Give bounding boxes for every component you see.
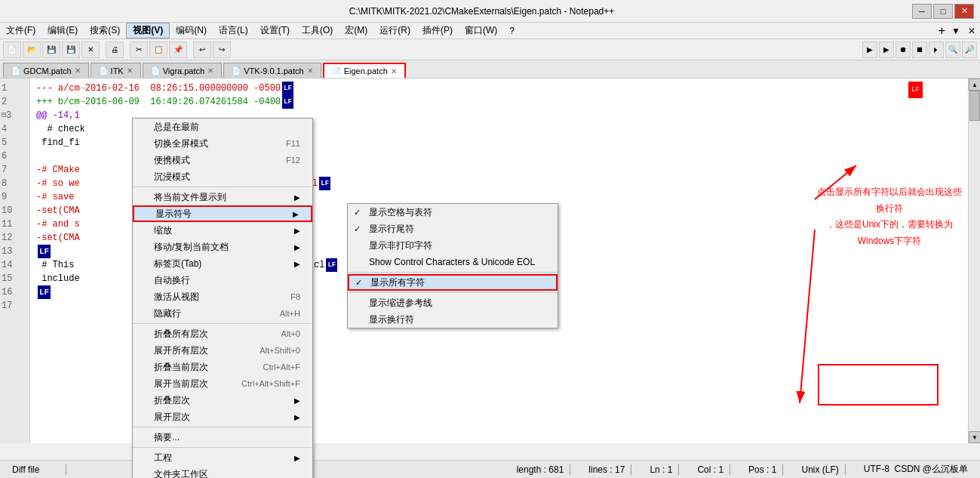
fold-icon-3[interactable]: ⊟ bbox=[2, 109, 6, 122]
toolbar-macro2[interactable]: ▶ bbox=[879, 42, 894, 58]
scrollbar-down-arrow[interactable]: ▼ bbox=[969, 431, 980, 443]
menu-summary[interactable]: 摘要... bbox=[133, 429, 312, 446]
symbol-show-control[interactable]: Show Control Characters & Unicode EOL bbox=[348, 254, 558, 270]
menu-always-on-top[interactable]: 总是在最前 bbox=[133, 119, 312, 135]
menu-search[interactable]: 搜索(S) bbox=[84, 23, 126, 39]
menu-collapse-level[interactable]: 折叠层次 ▶ bbox=[133, 392, 312, 409]
symbol-show-indent[interactable]: 显示缩进参考线 bbox=[348, 295, 558, 311]
tab-eigen-icon: 📄 bbox=[332, 67, 341, 76]
toolbar-macro4[interactable]: ⏹ bbox=[912, 42, 927, 58]
menu-view[interactable]: 视图(V) bbox=[126, 23, 170, 39]
toolbar-save[interactable]: 💾 bbox=[42, 42, 60, 58]
menu-immersive[interactable]: 沉浸模式 bbox=[133, 168, 312, 185]
menu-settings[interactable]: 设置(T) bbox=[254, 23, 296, 39]
toolbar-close[interactable]: ✕ bbox=[81, 42, 100, 58]
toolbar-print[interactable]: 🖨 bbox=[106, 42, 124, 58]
tab-itk-close[interactable]: ✕ bbox=[127, 66, 133, 75]
toolbar-extra-x[interactable]: ✕ bbox=[963, 26, 980, 36]
tab-gdcm[interactable]: 📄 GDCM.patch ✕ bbox=[3, 63, 89, 78]
line-num-6: 6 bbox=[2, 150, 28, 163]
menu-macro[interactable]: 宏(M) bbox=[339, 23, 373, 39]
symbol-show-spaces[interactable]: ✓ 显示空格与表符 bbox=[348, 204, 558, 220]
code-line-1: --- a/cm→2016-02-16 08:26:15.000000000 -… bbox=[36, 82, 962, 95]
tab-vigra-close[interactable]: ✕ bbox=[207, 66, 214, 75]
symbol-show-wrap[interactable]: 显示换行符 bbox=[348, 311, 558, 328]
tab-gdcm-label: GDCM.patch bbox=[23, 66, 72, 76]
tab-bar: 📄 GDCM.patch ✕ 📄 ITK ✕ 📄 Vigra.patch ✕ 📄… bbox=[0, 60, 980, 79]
status-col: Col : 1 bbox=[691, 464, 730, 475]
status-encoding[interactable]: UTF-8 CSDN @么沉板单 bbox=[858, 463, 974, 476]
menu-hide-lines[interactable]: 隐藏行 Alt+H bbox=[133, 305, 312, 322]
symbol-show-eol[interactable]: ✓ 显示行尾符 bbox=[348, 220, 558, 237]
menu-plugins[interactable]: 插件(P) bbox=[416, 23, 459, 39]
tab-vtk[interactable]: 📄 VTK-9.0.1.patch ✕ bbox=[223, 63, 321, 78]
menu-fullscreen[interactable]: 切换全屏模式 F11 bbox=[133, 135, 312, 152]
scrollbar-up-arrow[interactable]: ▲ bbox=[969, 79, 980, 91]
menu-run[interactable]: 运行(R) bbox=[373, 23, 416, 39]
menu-expand-current[interactable]: 展开当前层次 Ctrl+Alt+Shift+F bbox=[133, 375, 312, 392]
toolbar-paste[interactable]: 📌 bbox=[169, 42, 187, 58]
menu-language[interactable]: 语言(L) bbox=[213, 23, 254, 39]
toolbar-save-all[interactable]: 💾 bbox=[62, 42, 80, 58]
toolbar-macro3[interactable]: ⏺ bbox=[896, 42, 911, 58]
line-num-13: 13 bbox=[2, 245, 28, 258]
menu-zoom[interactable]: 缩放 ▶ bbox=[133, 222, 312, 239]
toolbar-zoom[interactable]: 🔎 bbox=[962, 42, 977, 58]
menu-window[interactable]: 窗口(W) bbox=[459, 23, 503, 39]
menu-show-current-file[interactable]: 将当前文件显示到 ▶ bbox=[133, 189, 312, 205]
tab-eigen-close[interactable]: ✕ bbox=[391, 67, 397, 76]
menu-help[interactable]: ? bbox=[503, 23, 521, 39]
line-num-12: 12 bbox=[2, 231, 28, 245]
tab-vtk-close[interactable]: ✕ bbox=[307, 66, 313, 75]
minimize-button[interactable]: ─ bbox=[912, 4, 932, 19]
menu-move-copy-doc[interactable]: 移动/复制当前文档 ▶ bbox=[133, 239, 312, 255]
menu-word-wrap[interactable]: 自动换行 bbox=[133, 272, 312, 288]
toolbar-copy[interactable]: 📋 bbox=[149, 42, 167, 58]
menu-file[interactable]: 文件(F) bbox=[0, 23, 41, 39]
menu-collapse-all[interactable]: 折叠所有层次 Alt+0 bbox=[133, 325, 312, 342]
tab-eigen[interactable]: 📄 Eigen.patch ✕ bbox=[323, 63, 406, 78]
title-controls: ─ □ ✕ bbox=[912, 4, 974, 19]
toolbar-undo[interactable]: ↩ bbox=[193, 42, 211, 58]
close-button[interactable]: ✕ bbox=[954, 4, 974, 19]
menu-collapse-current[interactable]: 折叠当前层次 Ctrl+Alt+F bbox=[133, 359, 312, 375]
tab-gdcm-close[interactable]: ✕ bbox=[75, 66, 81, 75]
menu-tools[interactable]: 工具(O) bbox=[296, 23, 339, 39]
menu-portable[interactable]: 便携模式 F12 bbox=[133, 152, 312, 168]
menu-folder-workspace[interactable]: 文件夹工作区 bbox=[133, 466, 312, 478]
maximize-button[interactable]: □ bbox=[933, 4, 953, 19]
toolbar-new[interactable]: 📄 bbox=[3, 42, 21, 58]
scrollbar-thumb[interactable] bbox=[969, 91, 980, 121]
symbol-show-all[interactable]: ✓ 显示所有字符 bbox=[348, 274, 558, 291]
line-num-14: 14 bbox=[2, 258, 28, 272]
menu-edit[interactable]: 编辑(E) bbox=[41, 23, 84, 39]
menu-expand-all[interactable]: 展开所有层次 Alt+Shift+0 bbox=[133, 342, 312, 359]
menu-activate-view[interactable]: 激活从视图 F8 bbox=[133, 288, 312, 305]
toolbar-extra-down[interactable]: ▼ bbox=[948, 26, 963, 36]
menu-tab[interactable]: 标签页(Tab) ▶ bbox=[133, 255, 312, 272]
line-num-5: 5 bbox=[2, 136, 28, 150]
toolbar-macro5[interactable]: ⏵ bbox=[929, 42, 944, 58]
toolbar-cut[interactable]: ✂ bbox=[130, 42, 148, 58]
tab-vtk-icon: 📄 bbox=[232, 66, 241, 75]
toolbar-open[interactable]: 📂 bbox=[23, 42, 41, 58]
tab-itk[interactable]: 📄 ITK ✕ bbox=[91, 63, 141, 78]
toolbar-macro6[interactable]: 🔍 bbox=[945, 42, 960, 58]
menu-project[interactable]: 工程 ▶ bbox=[133, 449, 312, 466]
line-num-16: 16 bbox=[2, 285, 28, 299]
toolbar-redo[interactable]: ↪ bbox=[213, 42, 231, 58]
tab-vigra-label: Vigra.patch bbox=[163, 66, 204, 76]
line-num-7: 7 bbox=[2, 163, 28, 177]
scrollbar-right[interactable]: ▲ ▼ bbox=[968, 79, 980, 443]
status-line-ending[interactable]: Unix (LF) bbox=[795, 464, 845, 475]
toolbar-macro1[interactable]: ▶ bbox=[862, 42, 877, 58]
menu-show-symbol[interactable]: 显示符号 ▶ bbox=[133, 205, 312, 222]
toolbar-extra-plus[interactable]: + bbox=[935, 24, 948, 38]
line-num-8: 8 bbox=[2, 177, 28, 190]
tab-vigra[interactable]: 📄 Vigra.patch ✕ bbox=[143, 63, 222, 78]
symbol-show-nonprint[interactable]: 显示非打印字符 bbox=[348, 237, 558, 254]
line-num-11: 11 bbox=[2, 217, 28, 231]
menu-encoding[interactable]: 编码(N) bbox=[170, 23, 213, 39]
menu-expand-level[interactable]: 展开层次 ▶ bbox=[133, 409, 312, 425]
line-numbers: 1 2 ⊟3 4 5 6 7 8 9 10 11 12 13 14 15 16 … bbox=[0, 79, 30, 443]
